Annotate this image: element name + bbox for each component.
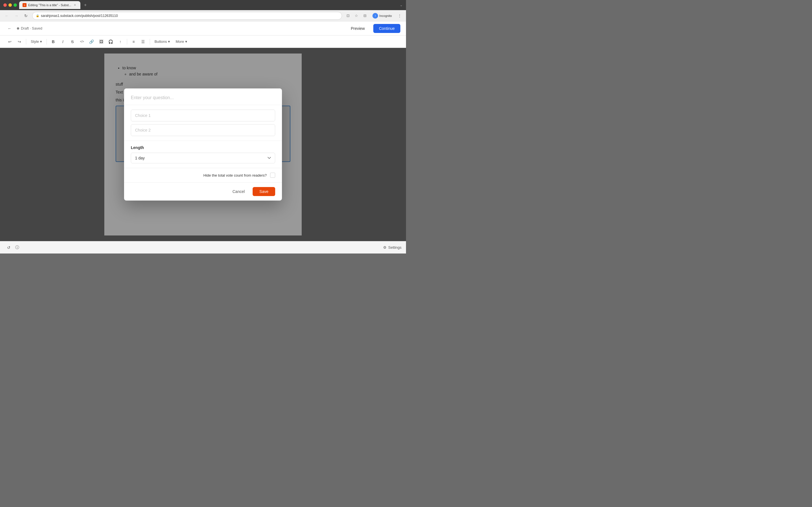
toolbar-separator-3 bbox=[127, 39, 127, 45]
strikethrough-button[interactable]: S bbox=[68, 38, 77, 46]
modal-options-section: Hide the total vote count from readers? bbox=[124, 168, 282, 182]
title-bar: S Editing "This is a title" - Subst... ×… bbox=[0, 0, 406, 10]
align-list-button[interactable]: ☰ bbox=[139, 38, 147, 46]
modal-choices-section bbox=[124, 105, 282, 141]
modal-length-section: Length 1 day 3 days 7 days 14 days 30 da… bbox=[124, 141, 282, 168]
modal-footer: Cancel Save bbox=[124, 182, 282, 201]
browser-frame: S Editing "This is a title" - Subst... ×… bbox=[0, 0, 406, 253]
save-button[interactable]: Save bbox=[253, 187, 275, 196]
active-tab[interactable]: S Editing "This is a title" - Subst... × bbox=[19, 1, 80, 9]
title-bar-right: ⌄ bbox=[400, 3, 403, 7]
editor-toolbar: ↩ ↪ Style ▾ B I S </> 🔗 🖼 🎧 ↑ ≡ ☰ Button… bbox=[0, 36, 406, 48]
address-text: sarahjonas1.substack.com/publish/post/11… bbox=[41, 14, 118, 18]
link-button[interactable]: 🔗 bbox=[87, 38, 96, 46]
editor-bottombar: ↺ ⓘ ⚙ Settings bbox=[0, 241, 406, 253]
continue-button[interactable]: Continue bbox=[373, 24, 400, 33]
draft-status-text: Draft · Saved bbox=[21, 26, 42, 31]
settings-label: Settings bbox=[388, 245, 402, 249]
minimize-window-button[interactable] bbox=[8, 3, 12, 7]
lock-icon: 🔒 bbox=[36, 14, 39, 17]
choice1-input[interactable] bbox=[131, 110, 275, 121]
hide-count-checkbox[interactable] bbox=[270, 173, 275, 178]
editor-container: ← Draft · Saved Preview Continue ↩ ↪ Sty… bbox=[0, 21, 406, 253]
close-window-button[interactable] bbox=[3, 3, 7, 7]
back-button[interactable]: ← bbox=[3, 12, 10, 19]
profile-label: Incognito bbox=[379, 14, 392, 17]
poll-modal: Length 1 day 3 days 7 days 14 days 30 da… bbox=[124, 89, 282, 201]
address-bar: ← → ↻ 🔒 sarahjonas1.substack.com/publish… bbox=[0, 10, 406, 21]
tab-favicon: S bbox=[22, 3, 27, 7]
draft-status: Draft · Saved bbox=[17, 26, 42, 31]
undo-button[interactable]: ↩ bbox=[6, 38, 14, 46]
length-select[interactable]: 1 day 3 days 7 days 14 days 30 days bbox=[131, 153, 275, 163]
topbar-right: Preview Continue bbox=[346, 24, 400, 33]
audio-button[interactable]: 🎧 bbox=[107, 38, 115, 46]
browser-menu-icon[interactable]: ⋮ bbox=[396, 13, 403, 19]
redo-button[interactable]: ↪ bbox=[15, 38, 24, 46]
buttons-dropdown[interactable]: Buttons ▾ bbox=[152, 38, 172, 45]
preview-button[interactable]: Preview bbox=[346, 24, 370, 33]
cast-icon[interactable]: ⊡ bbox=[345, 13, 351, 19]
profile-icon: I bbox=[372, 13, 378, 18]
maximize-window-button[interactable] bbox=[13, 3, 17, 7]
italic-button[interactable]: I bbox=[59, 38, 67, 46]
window-menu-icon[interactable]: ⌄ bbox=[400, 3, 403, 7]
new-tab-button[interactable]: + bbox=[82, 1, 89, 9]
more-dropdown[interactable]: More ▾ bbox=[173, 38, 190, 45]
tab-bar: S Editing "This is a title" - Subst... ×… bbox=[19, 1, 398, 9]
tab-close-button[interactable]: × bbox=[73, 3, 77, 7]
address-input[interactable]: 🔒 sarahjonas1.substack.com/publish/post/… bbox=[32, 12, 342, 20]
forward-button[interactable]: → bbox=[13, 12, 20, 19]
code-button[interactable]: </> bbox=[78, 38, 86, 46]
traffic-lights bbox=[3, 3, 17, 7]
modal-overlay: Length 1 day 3 days 7 days 14 days 30 da… bbox=[0, 48, 406, 241]
toolbar-separator-1 bbox=[26, 39, 26, 45]
tab-title: Editing "This is a title" - Subst... bbox=[28, 3, 71, 7]
reload-button[interactable]: ↻ bbox=[22, 12, 29, 19]
toolbar-separator-4 bbox=[150, 39, 150, 45]
editor-content: to know and be aware of stuff Text withi… bbox=[0, 48, 406, 241]
choice2-input[interactable] bbox=[131, 124, 275, 136]
bold-button[interactable]: B bbox=[49, 38, 57, 46]
split-view-icon[interactable]: ⊟ bbox=[362, 13, 368, 19]
info-button[interactable]: ⓘ bbox=[13, 243, 21, 252]
hide-count-label: Hide the total vote count from readers? bbox=[203, 173, 267, 177]
embed-button[interactable]: ↑ bbox=[116, 38, 124, 46]
modal-question-section bbox=[124, 89, 282, 105]
bottombar-right: ⚙ Settings bbox=[383, 245, 402, 249]
align-left-button[interactable]: ≡ bbox=[130, 38, 138, 46]
editor-topbar: ← Draft · Saved Preview Continue bbox=[0, 21, 406, 36]
cancel-button[interactable]: Cancel bbox=[227, 187, 250, 196]
image-button[interactable]: 🖼 bbox=[97, 38, 105, 46]
settings-button[interactable]: ⚙ Settings bbox=[383, 245, 402, 249]
gear-icon: ⚙ bbox=[383, 245, 387, 249]
question-input[interactable] bbox=[131, 95, 275, 100]
style-dropdown[interactable]: Style ▾ bbox=[29, 38, 44, 45]
bookmark-icon[interactable]: ☆ bbox=[353, 13, 359, 19]
draft-dot bbox=[17, 27, 19, 30]
address-bar-right: ⊡ ☆ ⊟ I Incognito ⋮ bbox=[345, 12, 403, 19]
history-button[interactable]: ↺ bbox=[4, 243, 13, 252]
length-label: Length bbox=[131, 145, 275, 150]
profile-button[interactable]: I Incognito bbox=[370, 12, 394, 19]
editor-back-button[interactable]: ← bbox=[6, 24, 13, 33]
